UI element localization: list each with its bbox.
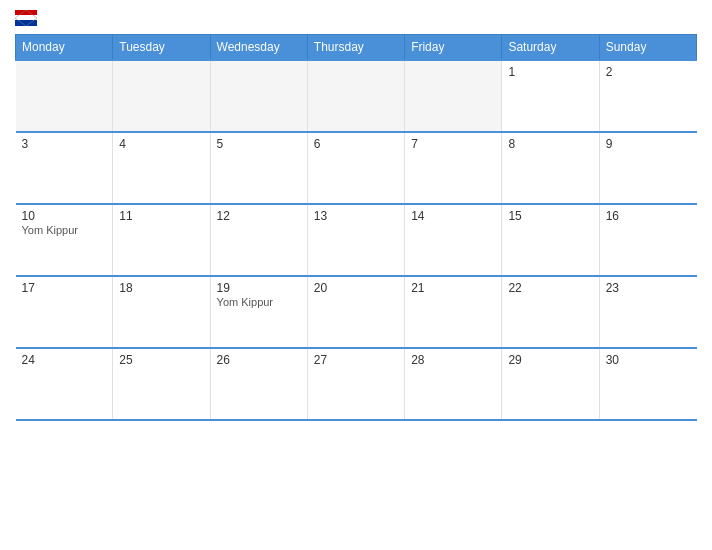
calendar-cell: 22 (502, 276, 599, 348)
day-number: 14 (411, 209, 495, 223)
day-number: 21 (411, 281, 495, 295)
day-number: 18 (119, 281, 203, 295)
day-number: 24 (22, 353, 107, 367)
weekday-header-row: MondayTuesdayWednesdayThursdayFridaySatu… (16, 35, 697, 61)
weekday-header-friday: Friday (405, 35, 502, 61)
day-number: 30 (606, 353, 691, 367)
calendar-cell: 20 (307, 276, 404, 348)
calendar-cell (113, 60, 210, 132)
calendar-cell: 3 (16, 132, 113, 204)
day-number: 12 (217, 209, 301, 223)
day-number: 13 (314, 209, 398, 223)
calendar-cell: 19Yom Kippur (210, 276, 307, 348)
calendar-cell: 2 (599, 60, 696, 132)
calendar-cell (210, 60, 307, 132)
calendar-cell: 28 (405, 348, 502, 420)
calendar-cell: 24 (16, 348, 113, 420)
calendar-cell: 18 (113, 276, 210, 348)
calendar-cell: 13 (307, 204, 404, 276)
day-number: 17 (22, 281, 107, 295)
calendar-cell: 12 (210, 204, 307, 276)
calendar-cell: 11 (113, 204, 210, 276)
calendar-cell: 30 (599, 348, 696, 420)
calendar-cell: 8 (502, 132, 599, 204)
calendar-cell: 5 (210, 132, 307, 204)
day-event: Yom Kippur (22, 224, 78, 236)
day-event: Yom Kippur (217, 296, 273, 308)
calendar-cell: 6 (307, 132, 404, 204)
calendar-cell: 9 (599, 132, 696, 204)
calendar-cell (307, 60, 404, 132)
calendar-cell: 25 (113, 348, 210, 420)
day-number: 8 (508, 137, 592, 151)
calendar-cell: 26 (210, 348, 307, 420)
calendar-cell: 15 (502, 204, 599, 276)
calendar-cell (405, 60, 502, 132)
day-number: 1 (508, 65, 592, 79)
calendar-cell (16, 60, 113, 132)
calendar-cell: 29 (502, 348, 599, 420)
day-number: 5 (217, 137, 301, 151)
day-number: 20 (314, 281, 398, 295)
day-number: 4 (119, 137, 203, 151)
header (15, 10, 697, 26)
svg-rect-0 (15, 10, 37, 15)
calendar-week-row: 171819Yom Kippur20212223 (16, 276, 697, 348)
weekday-header-wednesday: Wednesday (210, 35, 307, 61)
calendar-cell: 10Yom Kippur (16, 204, 113, 276)
day-number: 2 (606, 65, 691, 79)
calendar-week-row: 10Yom Kippur111213141516 (16, 204, 697, 276)
day-number: 10 (22, 209, 107, 223)
svg-rect-2 (15, 20, 37, 26)
calendar-cell: 17 (16, 276, 113, 348)
day-number: 23 (606, 281, 691, 295)
logo (15, 10, 45, 26)
calendar-cell: 27 (307, 348, 404, 420)
day-number: 19 (217, 281, 301, 295)
day-number: 6 (314, 137, 398, 151)
calendar-week-row: 24252627282930 (16, 348, 697, 420)
page: MondayTuesdayWednesdayThursdayFridaySatu… (0, 0, 712, 550)
weekday-header-monday: Monday (16, 35, 113, 61)
day-number: 11 (119, 209, 203, 223)
weekday-header-tuesday: Tuesday (113, 35, 210, 61)
day-number: 22 (508, 281, 592, 295)
weekday-header-thursday: Thursday (307, 35, 404, 61)
calendar-week-row: 12 (16, 60, 697, 132)
day-number: 9 (606, 137, 691, 151)
day-number: 27 (314, 353, 398, 367)
calendar-cell: 21 (405, 276, 502, 348)
calendar-week-row: 3456789 (16, 132, 697, 204)
day-number: 16 (606, 209, 691, 223)
day-number: 26 (217, 353, 301, 367)
logo-icon (15, 10, 37, 26)
weekday-header-sunday: Sunday (599, 35, 696, 61)
calendar-cell: 23 (599, 276, 696, 348)
weekday-header-saturday: Saturday (502, 35, 599, 61)
calendar-table: MondayTuesdayWednesdayThursdayFridaySatu… (15, 34, 697, 421)
day-number: 28 (411, 353, 495, 367)
day-number: 25 (119, 353, 203, 367)
day-number: 7 (411, 137, 495, 151)
day-number: 15 (508, 209, 592, 223)
calendar-cell: 16 (599, 204, 696, 276)
day-number: 3 (22, 137, 107, 151)
calendar-cell: 1 (502, 60, 599, 132)
calendar-cell: 7 (405, 132, 502, 204)
day-number: 29 (508, 353, 592, 367)
calendar-cell: 14 (405, 204, 502, 276)
calendar-cell: 4 (113, 132, 210, 204)
